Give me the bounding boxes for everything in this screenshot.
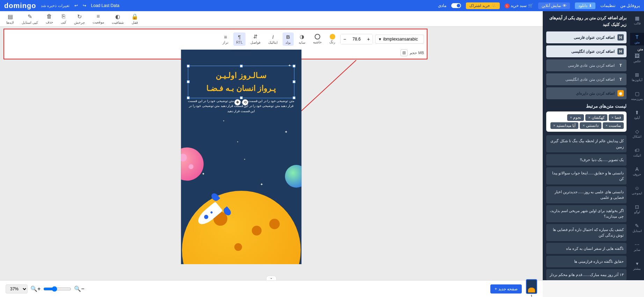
resize-handle[interactable]: [293, 96, 295, 99]
resize-handle[interactable]: [293, 80, 295, 83]
tool-قفل[interactable]: 🔒قفل: [129, 12, 141, 26]
related-item[interactable]: کشف یک سیاره که احتمال داره آدم فضایی ها…: [546, 224, 627, 241]
sidebar-item-11[interactable]: ✎استایل: [630, 222, 644, 234]
sidebar-item-13[interactable]: ▾بیشتر: [630, 259, 644, 272]
tool-کپی استایل[interactable]: ✎کپی استایل: [19, 12, 41, 26]
user-name[interactable]: مادی: [438, 3, 446, 8]
tool-موقعیت[interactable]: ≡موقعیت: [90, 12, 107, 26]
tool-چرخش[interactable]: ↻چرخش: [71, 12, 88, 26]
tag[interactable]: مناسبت×: [603, 122, 624, 129]
subscribe-button[interactable]: 👑خرید اشتراک: [466, 2, 500, 9]
load-last-button[interactable]: Load Last Data: [91, 3, 119, 8]
related-item[interactable]: اگر بخواهید برای اولین شهر مریخی اسم بذا…: [546, 205, 627, 222]
sidebar-item-8[interactable]: Aحروف: [630, 165, 644, 178]
resize-handle[interactable]: [240, 96, 243, 99]
sidebar-item-3[interactable]: ⊞آیکون‌ها: [630, 71, 644, 83]
shadow-button[interactable]: ◑سایه: [296, 32, 308, 46]
tool-icon: ≡: [97, 13, 100, 20]
resize-handle[interactable]: [240, 65, 243, 67]
add-en-title-button[interactable]: Hاضافه کردن عنوان انگلیسی: [546, 45, 627, 57]
tag-remove-icon[interactable]: ×: [553, 123, 555, 128]
tag[interactable]: فضا×: [609, 114, 624, 121]
page-thumbnail[interactable]: [526, 279, 537, 294]
sidebar-item-0[interactable]: ▦قالب: [630, 14, 644, 27]
settings-link[interactable]: تنظیمات: [600, 3, 615, 8]
font-size-control[interactable]: − +: [340, 34, 373, 44]
sidebar-item-6[interactable]: ◇اشکال: [630, 127, 644, 140]
resize-handle[interactable]: [187, 96, 190, 99]
tag[interactable]: کهکشان×: [585, 114, 607, 121]
bold-button[interactable]: Bبولد: [283, 32, 294, 46]
profile-link[interactable]: پروفایل من: [620, 3, 640, 8]
move-handles[interactable]: ⟲✥: [234, 99, 248, 106]
tag[interactable]: نجوم×: [567, 114, 584, 121]
tool-لایه‌ها[interactable]: ▤لایه‌ها: [3, 12, 17, 26]
grid-icon: ⊞: [401, 49, 408, 56]
sidebar-label: بیشتر: [633, 267, 641, 270]
related-item[interactable]: یک تصویر......یک دنیا حرف!!: [546, 154, 627, 166]
add-fa-body-button[interactable]: Tاضافه کردن متن عادی فارسی: [546, 59, 627, 71]
redo-icon[interactable]: ↪: [83, 3, 86, 8]
sidebar-item-4[interactable]: ▢پس‌زمینه: [630, 89, 644, 102]
tool-کپی[interactable]: ⎘کپی: [58, 12, 69, 26]
spacing-button[interactable]: ⇵فواصل: [248, 32, 263, 46]
circular-icon: ◉: [617, 90, 624, 96]
tag[interactable]: دانستنی×: [580, 122, 601, 129]
zoom-in-icon[interactable]: 🔍+: [30, 285, 41, 292]
cart-link[interactable]: 🛒 سبد خرید 1: [505, 3, 533, 8]
tag-remove-icon[interactable]: ×: [612, 115, 614, 119]
sidebar-item-7[interactable]: 🏷اتیکت: [630, 146, 644, 159]
related-item[interactable]: حقایق ناگفته درباره فرازمینی ها: [546, 256, 627, 267]
canvas-area: 🔒قفل◐شفافیت≡موقعیت↻چرخش⎘کپی🗑حذف✎کپی استا…: [0, 11, 543, 280]
related-item[interactable]: ۱۳ آذر روز بیمه مبارک.......قدم هاتو محک…: [546, 269, 627, 280]
margin-button[interactable]: حاشیه: [310, 32, 324, 45]
sidebar-item-10[interactable]: ⊡لوگو: [630, 203, 644, 215]
move-icon[interactable]: ✥: [234, 99, 241, 106]
zoom-slider[interactable]: [43, 286, 71, 292]
tag[interactable]: آیا میدانستید×: [550, 122, 579, 129]
add-en-body-button[interactable]: Tاضافه کردن متن عادی انگلیسی: [546, 73, 627, 85]
theme-toggle[interactable]: [451, 3, 461, 8]
canvas-title-text[interactable]: سـالـروز اولـیـنپـرواز انسان بـه فـضـا: [191, 69, 291, 95]
new-page-button[interactable]: + صفحه جدید: [490, 284, 522, 294]
tag-remove-icon[interactable]: ×: [588, 115, 590, 119]
tag-remove-icon[interactable]: ×: [583, 123, 585, 128]
sidebar-item-1[interactable]: Tمتن: [630, 33, 644, 45]
rotate-icon[interactable]: ⟲: [242, 99, 248, 106]
tool-شفافیت[interactable]: ◐شفافیت: [109, 12, 126, 26]
size-plus-button[interactable]: +: [364, 34, 373, 44]
add-fa-title-button[interactable]: Hاضافه کردن عنوان فارسی: [546, 31, 627, 43]
font-select[interactable]: ▾ibmplexsansarabic: [375, 35, 424, 44]
related-item[interactable]: دانستی ها و حقایق......اینجا جواب سوالات…: [546, 167, 627, 184]
sidebar-item-9[interactable]: ☺ایموجی: [630, 184, 644, 196]
related-item[interactable]: دانستی های علمی به روز......جدیدترین اخب…: [546, 186, 627, 203]
related-item[interactable]: ناگفته هایی از سفر انسان به کره ماه: [546, 243, 627, 254]
font-size-input[interactable]: [349, 34, 364, 44]
italic-button[interactable]: Iایتالیک: [265, 32, 280, 46]
size-minus-button[interactable]: −: [341, 34, 349, 44]
chevron-down-icon: ▾: [379, 37, 381, 42]
resize-handle[interactable]: [293, 65, 295, 67]
download-button[interactable]: ⬇دانلود: [575, 2, 595, 9]
resize-handle[interactable]: [187, 65, 190, 67]
zoom-out-icon[interactable]: 🔍−: [74, 285, 84, 292]
align-button[interactable]: ≡تراز: [220, 32, 231, 46]
undo-icon[interactable]: ↩: [74, 3, 78, 8]
design-canvas[interactable]: ✦ ✦ ✦ ✦ ✦ ✦ ✦ ⎘ 🗑 سـالـروز: [181, 50, 301, 264]
color-button[interactable]: رنگ: [327, 32, 338, 45]
tool-حذف[interactable]: 🗑حذف: [43, 12, 56, 26]
tag-remove-icon[interactable]: ×: [606, 123, 608, 128]
expand-tab[interactable]: ⌄: [266, 276, 277, 280]
sidebar-item-2[interactable]: 🖼عکس: [630, 52, 644, 64]
tag-remove-icon[interactable]: ×: [570, 115, 572, 119]
preview-button[interactable]: 👁نمایش آنلاین: [538, 2, 570, 9]
sidebar-item-5[interactable]: ⬆آپلود: [630, 108, 644, 121]
sidebar-item-12[interactable]: ⋯سایر: [630, 240, 644, 253]
add-circular-button[interactable]: ◉اضافه کردن متن دایره‌ای: [546, 87, 627, 99]
text-icon: T: [617, 76, 624, 82]
rtl-button[interactable]: ¶RTL: [233, 32, 246, 46]
related-item[interactable]: کل پیدایش عالم از لحظه بیگ بنگ تا شکل گی…: [546, 135, 627, 152]
text-selection[interactable]: سـالـروز اولـیـنپـرواز انسان بـه فـضـا ⟲…: [188, 66, 294, 98]
resize-handle[interactable]: [187, 80, 190, 83]
zoom-select[interactable]: 37%: [6, 284, 28, 294]
